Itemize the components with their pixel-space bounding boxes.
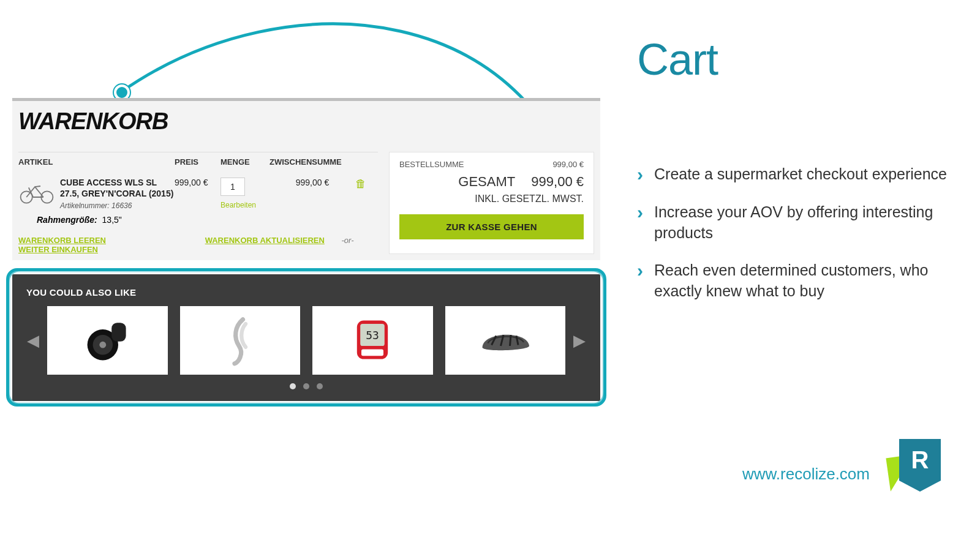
carousel-dot-1[interactable] [290,383,296,389]
brand-url: www.recolize.com [742,465,870,484]
bike-helmet-icon [478,313,533,368]
cart-heading: WARENKORB [18,108,594,135]
col-header-subtotal: ZWISCHENSUMME [270,157,355,167]
empty-cart-link[interactable]: WARENKORB LEEREN [18,236,106,245]
bullet-1: Create a supermarket checkout experience [637,164,956,185]
order-sum-value: 999,00 € [552,160,584,169]
logo-pennant-icon [899,481,941,492]
carousel-next-icon[interactable]: ▶ [573,331,586,350]
bullet-2: Increase your AOV by offering interestin… [637,202,956,244]
reco-card-bike-helmet[interactable] [445,306,566,375]
order-sum-label: BESTELLSUMME [399,160,464,169]
col-header-price: PREIS [175,157,221,167]
cart-table: ARTIKEL PREIS MENGE ZWISCHENSUMME [18,152,378,254]
checkout-button[interactable]: ZUR KASSE GEHEN [399,214,584,239]
total-label: GESAMT [458,174,515,189]
reco-card-bike-computer[interactable]: 53 [312,306,433,375]
sku-label: Artikelnummer: [60,201,110,210]
carousel-prev-icon[interactable]: ◀ [26,331,40,350]
edit-link[interactable]: Bearbeiten [221,201,270,209]
brand-logo: R [882,439,940,500]
reco-title: YOU COULD ALSO LIKE [26,287,586,298]
cart-item-row: CUBE ACCESS WLS SL 27.5, GREY'N'CORAL (2… [18,178,378,210]
recommendation-carousel: YOU COULD ALSO LIKE ◀ [12,274,600,401]
continue-shopping-link[interactable]: WEITER EINKAUFEN [18,245,98,254]
order-summary: BESTELLSUMME 999,00 € GESAMT 999,00 € IN… [389,152,594,254]
slide-title: Cart [637,34,956,84]
product-thumbnail [18,178,55,205]
svg-rect-5 [111,323,126,342]
bike-bell-icon [80,313,135,368]
trash-icon[interactable]: 🗑 [355,178,366,190]
bike-computer-icon: 53 [345,313,400,368]
item-price: 999,00 € [175,178,221,210]
sku-value: 16636 [111,201,132,210]
frame-size-value: 13,5" [102,215,122,225]
svg-text:53: 53 [366,329,379,342]
svg-point-4 [100,342,107,348]
frame-size-label: Rahmengröße: [37,215,97,225]
reco-card-bottle-cage[interactable] [180,306,301,375]
bike-icon [18,164,55,219]
product-name[interactable]: CUBE ACCESS WLS SL 27.5, GREY'N'CORAL (2… [60,178,175,199]
col-header-qty: MENGE [221,157,270,167]
qty-input[interactable]: 1 [221,178,245,196]
tax-note: INKL. GESETZL. MWST. [399,193,584,204]
carousel-dots [26,381,586,392]
bottle-cage-icon [213,313,268,368]
item-subtotal: 999,00 € [270,178,355,210]
cart-action-links: WARENKORB LEEREN WARENKORB AKTUALISIEREN… [18,236,378,254]
update-cart-link[interactable]: WARENKORB AKTUALISIEREN [205,236,325,245]
link-separator: -or- [342,236,354,245]
svg-rect-9 [361,349,383,356]
logo-letter: R [899,439,941,481]
bullet-3: Reach even determined customers, who exa… [637,260,956,302]
reco-card-bike-bell[interactable] [47,306,168,375]
total-value: 999,00 € [531,174,584,189]
carousel-dot-3[interactable] [317,383,323,389]
cart-screenshot: WARENKORB ARTIKEL PREIS MENGE ZWISCHENSU… [12,98,600,260]
slide-bullets: Create a supermarket checkout experience… [637,164,956,302]
carousel-dot-2[interactable] [303,383,309,389]
